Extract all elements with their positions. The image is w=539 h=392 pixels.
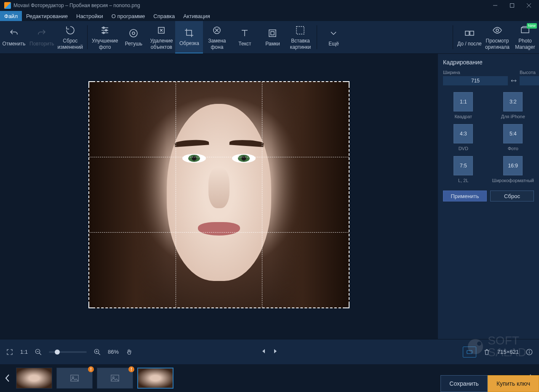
- photo-preview[interactable]: [88, 81, 350, 308]
- svg-point-10: [130, 29, 137, 37]
- svg-point-32: [529, 350, 530, 351]
- crop-panel: Кадрирование Ширина Высота 1:1Квадрат 3:…: [438, 54, 539, 339]
- zoom-percent: 86%: [108, 349, 119, 355]
- zoom-out-button[interactable]: [35, 348, 42, 356]
- more-button[interactable]: Ещё: [320, 21, 347, 53]
- height-input[interactable]: [520, 76, 539, 85]
- redo-button[interactable]: Повторить: [28, 21, 56, 53]
- ratio-3-2[interactable]: 3:2: [503, 92, 523, 111]
- zoom-slider[interactable]: [49, 351, 87, 353]
- thumbnail-4[interactable]: [137, 368, 173, 389]
- reset-changes-button[interactable]: Сброс изменений: [56, 21, 85, 53]
- image-dimensions: 715×621: [497, 349, 519, 355]
- svg-rect-16: [296, 26, 304, 34]
- ratio-label: Широкоформатный: [492, 178, 534, 183]
- fullscreen-button[interactable]: [6, 348, 13, 356]
- ratio-4-3[interactable]: 4:3: [454, 124, 473, 143]
- window-title: Movavi Фоторедактор – Пробная версия – n…: [13, 3, 487, 8]
- next-button[interactable]: [272, 348, 278, 355]
- retouch-button[interactable]: Ретушь: [120, 21, 147, 53]
- ratio-label: DVD: [459, 146, 468, 151]
- save-button[interactable]: Сохранить: [440, 375, 488, 392]
- crop-frame[interactable]: [88, 81, 350, 308]
- thumbnail-1[interactable]: [16, 368, 52, 389]
- reset-icon: [65, 24, 75, 36]
- ratio-label: Для iPhone: [501, 114, 525, 119]
- warning-badge-icon: !: [128, 366, 134, 372]
- thumbs-prev-button[interactable]: [3, 368, 12, 389]
- photo-manager-button[interactable]: New Photo Manager: [511, 21, 539, 53]
- apply-button[interactable]: Применить: [443, 191, 487, 201]
- menu-file[interactable]: Файл: [0, 11, 22, 21]
- fit-screen-button[interactable]: [463, 347, 476, 358]
- crop-handle-br[interactable]: [344, 302, 350, 308]
- ratio-1-1[interactable]: 1:1: [454, 92, 473, 111]
- svg-rect-14: [269, 30, 276, 37]
- delete-button[interactable]: [483, 348, 491, 356]
- undo-icon: [9, 27, 19, 39]
- text-icon: [240, 27, 250, 39]
- frames-button[interactable]: Рамки: [259, 21, 286, 53]
- ratio-label: L, 2L: [458, 178, 468, 183]
- menu-bar: Файл Редактирование Настройки О программ…: [0, 11, 539, 21]
- pan-button[interactable]: [125, 348, 133, 356]
- close-button[interactable]: [520, 0, 537, 11]
- menu-edit[interactable]: Редактирование: [22, 11, 72, 21]
- chevron-down-icon: [328, 27, 339, 39]
- undo-button[interactable]: Отменить: [0, 21, 28, 53]
- crop-label: Обрезка: [179, 40, 199, 46]
- app-logo-icon: [4, 2, 11, 9]
- enhance-icon: [100, 24, 110, 36]
- title-bar: Movavi Фоторедактор – Пробная версия – n…: [0, 0, 539, 11]
- svg-point-19: [496, 29, 499, 32]
- info-button[interactable]: [526, 348, 533, 356]
- thumbnail-3[interactable]: !: [97, 368, 133, 389]
- svg-rect-20: [521, 28, 529, 33]
- ratio-label: Фото: [508, 146, 518, 151]
- svg-line-23: [39, 353, 41, 355]
- canvas-area[interactable]: [0, 54, 438, 339]
- text-button[interactable]: Текст: [231, 21, 259, 53]
- buy-key-button[interactable]: Купить ключ: [488, 375, 539, 392]
- width-label: Ширина: [443, 70, 508, 75]
- crop-handle-tr[interactable]: [344, 81, 350, 87]
- enhance-button[interactable]: Улучшение фото: [90, 21, 120, 53]
- ratio-5-4[interactable]: 5:4: [503, 124, 523, 143]
- before-after-icon: [464, 27, 475, 39]
- zoom-1-1-button[interactable]: 1:1: [20, 349, 28, 355]
- menu-about[interactable]: О программе: [107, 11, 149, 21]
- background-icon: [212, 24, 222, 36]
- object-removal-button[interactable]: Удаление объектов: [147, 21, 175, 53]
- menu-activation[interactable]: Активация: [179, 11, 214, 21]
- swap-dimensions-button[interactable]: [510, 76, 517, 85]
- reset-label: Сброс изменений: [58, 38, 83, 50]
- background-button[interactable]: Замена фона: [203, 21, 231, 53]
- zoom-thumb[interactable]: [55, 350, 60, 355]
- ratio-16-9[interactable]: 16:9: [503, 156, 523, 175]
- undo-label: Отменить: [3, 41, 26, 47]
- prev-button[interactable]: [261, 348, 267, 355]
- ratio-7-5[interactable]: 7:5: [454, 156, 473, 175]
- crop-handle-bl[interactable]: [88, 302, 94, 308]
- svg-rect-15: [271, 32, 274, 35]
- thumbnail-2[interactable]: !: [56, 368, 93, 389]
- minimize-button[interactable]: [487, 0, 504, 11]
- crop-button[interactable]: Обрезка: [175, 21, 203, 53]
- svg-point-11: [132, 32, 135, 34]
- crop-handle-tl[interactable]: [88, 81, 94, 87]
- menu-settings[interactable]: Настройки: [72, 11, 107, 21]
- before-after-button[interactable]: До / после: [456, 21, 483, 53]
- view-original-button[interactable]: Просмотр оригинала: [483, 21, 511, 53]
- insert-image-button[interactable]: Вставка картинки: [286, 21, 314, 53]
- text-label: Текст: [238, 41, 251, 47]
- reset-crop-button[interactable]: Сброс: [490, 191, 534, 201]
- svg-line-26: [98, 353, 100, 355]
- before-after-label: До / после: [457, 41, 482, 47]
- width-input[interactable]: [443, 76, 508, 85]
- retouch-icon: [128, 27, 139, 39]
- maximize-button[interactable]: [504, 0, 520, 11]
- menu-help[interactable]: Справка: [149, 11, 179, 21]
- frames-icon: [267, 27, 278, 39]
- crop-icon: [184, 27, 194, 39]
- zoom-in-button[interactable]: [93, 348, 101, 356]
